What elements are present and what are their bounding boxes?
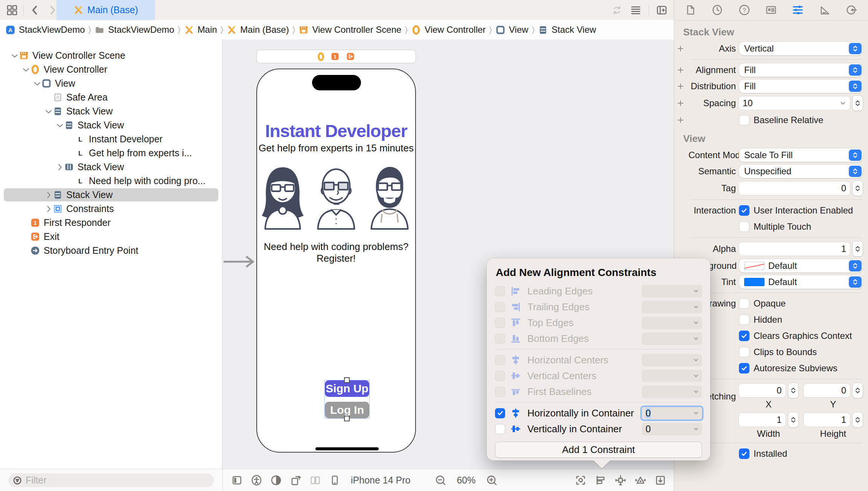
- checkbox[interactable]: [739, 347, 749, 357]
- quick-help-inspector-tab-icon[interactable]: ?: [739, 4, 750, 16]
- device-icon[interactable]: [329, 474, 341, 486]
- filter-field[interactable]: [8, 473, 214, 487]
- breadcrumb-item[interactable]: View Controller: [411, 24, 486, 35]
- breadcrumb-item[interactable]: AStackViewDemo: [5, 24, 85, 35]
- number-field[interactable]: 0: [739, 181, 850, 195]
- popup-button[interactable]: Fill: [739, 79, 863, 93]
- selection-handle-bottom[interactable]: [344, 416, 350, 421]
- stepper[interactable]: [853, 181, 863, 196]
- outline-item-safe-area[interactable]: Safe Area: [0, 90, 222, 104]
- identity-inspector-tab-icon[interactable]: [765, 4, 777, 16]
- iphone-canvas[interactable]: Instant Developer Get help from experts …: [256, 69, 416, 453]
- code-review-icon[interactable]: [611, 4, 623, 16]
- exit-icon[interactable]: [346, 52, 355, 61]
- resolve-auto-layout-issues-icon[interactable]: [635, 474, 646, 486]
- split-view-icon[interactable]: [309, 474, 321, 486]
- outline-item-instant-developer[interactable]: LInstant Developer: [0, 132, 222, 146]
- checkbox[interactable]: [495, 408, 505, 418]
- constraint-value-dropdown[interactable]: 0: [642, 423, 702, 435]
- number-field[interactable]: 0: [739, 384, 786, 397]
- related-items-icon[interactable]: [6, 4, 18, 16]
- popup-button[interactable]: Vertical: [739, 42, 863, 55]
- popup-button[interactable]: Fill: [739, 63, 863, 77]
- add-new-constraints-icon[interactable]: [615, 474, 626, 486]
- checkbox[interactable]: [739, 115, 749, 125]
- disclosure-chevron-icon[interactable]: [44, 107, 53, 116]
- selection-handle-top[interactable]: [344, 377, 350, 383]
- checkbox[interactable]: [739, 205, 749, 216]
- add-attribute-icon[interactable]: [676, 66, 685, 75]
- popup-button[interactable]: Unspecified: [739, 165, 863, 178]
- checkbox[interactable]: [495, 424, 505, 434]
- tab-main-base[interactable]: Main (Base): [56, 0, 155, 20]
- outline-item-first-responder[interactable]: 1First Responder: [0, 216, 222, 230]
- connections-inspector-tab-icon[interactable]: [846, 4, 857, 16]
- app-title-label[interactable]: Instant Developer: [257, 120, 415, 141]
- outline-item-stack-view[interactable]: Stack View: [0, 104, 222, 118]
- combo-field[interactable]: 10: [739, 96, 850, 110]
- filter-input[interactable]: [25, 474, 209, 486]
- breadcrumb-item[interactable]: Main (Base): [227, 24, 289, 35]
- breadcrumb-item[interactable]: Stack View: [538, 24, 596, 35]
- register-label[interactable]: Need help with coding problems? Register…: [257, 241, 415, 264]
- number-field[interactable]: 1: [739, 413, 786, 427]
- app-subtitle-label[interactable]: Get help from experts in 15 minutes: [257, 142, 415, 154]
- breadcrumb-item[interactable]: View: [495, 24, 528, 35]
- disclosure-chevron-icon[interactable]: [22, 66, 30, 74]
- outline-item-view-controller-scene[interactable]: View Controller Scene: [0, 49, 222, 63]
- zoom-out-icon[interactable]: [435, 474, 446, 486]
- checkbox[interactable]: [739, 331, 749, 341]
- popup-button[interactable]: Default: [739, 275, 863, 289]
- accessibility-icon[interactable]: [251, 474, 262, 486]
- align-constraints-icon[interactable]: [595, 474, 606, 486]
- outline-item-exit[interactable]: Exit: [0, 230, 222, 244]
- stepper[interactable]: [853, 383, 863, 398]
- add-attribute-icon[interactable]: [676, 116, 685, 125]
- back-button[interactable]: [29, 4, 41, 16]
- disclosure-chevron-icon[interactable]: [44, 191, 53, 199]
- checkbox[interactable]: [739, 221, 749, 232]
- add-editor-icon[interactable]: [656, 4, 668, 16]
- stepper[interactable]: [788, 383, 798, 398]
- stepper[interactable]: [853, 412, 863, 427]
- first-responder-icon[interactable]: 1: [330, 52, 340, 61]
- outline-item-get-help-from-experts-i[interactable]: LGet help from experts i...: [0, 146, 222, 160]
- stepper[interactable]: [853, 241, 863, 256]
- disclosure-chevron-icon[interactable]: [44, 205, 53, 213]
- outline-item-constraints[interactable]: Constraints: [0, 202, 222, 216]
- outline-item-stack-view[interactable]: Stack View: [0, 160, 222, 174]
- toggle-outline-icon[interactable]: [231, 474, 243, 486]
- device-label[interactable]: iPhone 14 Pro: [351, 475, 410, 486]
- rotate-device-icon[interactable]: [290, 474, 302, 486]
- adjust-editor-options-icon[interactable]: [630, 4, 642, 16]
- zoom-in-icon[interactable]: [486, 474, 498, 486]
- stepper[interactable]: [788, 412, 798, 427]
- outline-item-stack-view[interactable]: Stack View: [0, 118, 222, 132]
- attributes-inspector-tab-icon[interactable]: [792, 4, 804, 16]
- history-inspector-tab-icon[interactable]: [711, 4, 723, 16]
- outline-item-storyboard-entry-point[interactable]: Storyboard Entry Point: [0, 244, 222, 258]
- constraint-value-dropdown[interactable]: 0: [642, 407, 702, 419]
- disclosure-chevron-icon[interactable]: [11, 52, 19, 60]
- disclosure-chevron-icon[interactable]: [56, 121, 64, 130]
- disclosure-chevron-icon[interactable]: [56, 163, 64, 171]
- disclosure-chevron-icon[interactable]: [33, 79, 41, 88]
- popup-button[interactable]: Scale To Fill: [739, 148, 863, 162]
- add-constraint-button[interactable]: Add 1 Constraint: [495, 442, 702, 458]
- breadcrumb-item[interactable]: View Controller Scene: [298, 24, 401, 35]
- checkbox[interactable]: [739, 314, 749, 325]
- add-attribute-icon[interactable]: [676, 99, 685, 108]
- outline-item-stack-view[interactable]: Stack View: [0, 188, 222, 202]
- popup-button[interactable]: Default: [739, 259, 863, 273]
- file-inspector-tab-icon[interactable]: [685, 4, 696, 16]
- view-controller-icon[interactable]: [318, 52, 324, 61]
- checkbox[interactable]: [739, 448, 749, 459]
- zoom-level-label[interactable]: 60%: [457, 475, 475, 486]
- number-field[interactable]: 0: [804, 384, 850, 397]
- buttons-stack-view[interactable]: Sign Up Log In: [325, 380, 369, 418]
- add-attribute-icon[interactable]: [676, 44, 685, 53]
- breadcrumb-item[interactable]: Main: [184, 24, 217, 35]
- number-field[interactable]: 1: [739, 242, 850, 256]
- embed-in-icon[interactable]: [655, 474, 666, 486]
- outline-item-view[interactable]: View: [0, 76, 222, 90]
